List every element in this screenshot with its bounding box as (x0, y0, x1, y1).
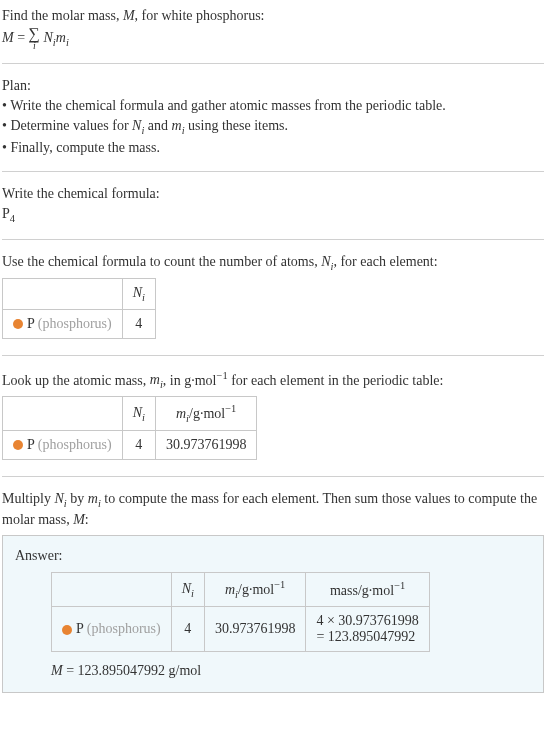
plan-bullet-3: • Finally, compute the mass. (2, 139, 544, 158)
element-name: (phosphorus) (38, 437, 112, 452)
text: , for white phosphorus: (135, 8, 265, 23)
table-header-row: Ni mi/g·mol−1 mass/g·mol−1 (52, 573, 430, 606)
cell-mass: 4 × 30.973761998 = 123.895047992 (306, 606, 429, 651)
table-row: P (phosphorus) 4 30.973761998 4 × 30.973… (52, 606, 430, 651)
cell-Ni: 4 (171, 606, 204, 651)
chemical-formula-section: Write the chemical formula: P4 (2, 180, 544, 231)
chemical-formula: P4 (2, 205, 544, 226)
var-mi: mi (150, 372, 163, 387)
text: • Determine values for (2, 118, 132, 133)
mass-expr: 4 × 30.973761998 (316, 613, 418, 628)
table-header-row: Ni (3, 278, 156, 309)
plan-section: Plan: • Write the chemical formula and g… (2, 72, 544, 163)
divider (2, 239, 544, 240)
element-symbol: P (27, 316, 38, 331)
formula-sub: 4 (10, 213, 15, 224)
exp: −1 (216, 370, 227, 381)
eq-M: M (2, 30, 14, 45)
var-M: M (123, 8, 135, 23)
cell-Ni: 4 (122, 430, 155, 459)
element-dot-icon (13, 319, 23, 329)
answer-header: Answer: (15, 547, 531, 566)
text: Multiply (2, 491, 55, 506)
text: for each element in the periodic table: (228, 372, 444, 387)
col-element (52, 573, 172, 606)
col-element (3, 278, 123, 309)
divider (2, 355, 544, 356)
element-symbol: P (27, 437, 38, 452)
plan-header: Plan: (2, 77, 544, 96)
multiply-section: Multiply Ni by mi to compute the mass fo… (2, 485, 544, 697)
col-mi: mi/g·mol−1 (204, 573, 306, 606)
cell-mi: 30.973761998 (155, 430, 257, 459)
plan-bullet-1: • Write the chemical formula and gather … (2, 97, 544, 116)
mass-table: Ni mi/g·mol−1 P (phosphorus) 4 30.973761… (2, 396, 257, 459)
eq-equals: = (14, 30, 29, 45)
var-Ni: Ni (321, 254, 333, 269)
answer-box: Answer: Ni mi/g·mol−1 mass/g·mol−1 P (ph… (2, 535, 544, 692)
text: and (144, 118, 171, 133)
var-Ni: Ni (55, 491, 67, 506)
table-row: P (phosphorus) 4 (3, 309, 156, 338)
plan-bullet-2: • Determine values for Ni and mi using t… (2, 117, 544, 138)
text: , in g·mol (163, 372, 217, 387)
answer-table: Ni mi/g·mol−1 mass/g·mol−1 P (phosphorus… (51, 572, 430, 651)
text: : (85, 512, 89, 527)
element-name: (phosphorus) (38, 316, 112, 331)
var-M: M (51, 663, 63, 678)
cell-element: P (phosphorus) (3, 430, 123, 459)
divider (2, 476, 544, 477)
mass-text: Look up the atomic mass, mi, in g·mol−1 … (2, 369, 544, 393)
eq-mi: mi (56, 30, 69, 45)
table-row: P (phosphorus) 4 30.973761998 (3, 430, 257, 459)
col-element (3, 397, 123, 430)
col-Ni: Ni (122, 397, 155, 430)
final-value: = 123.895047992 g/mol (63, 663, 202, 678)
text: using these items. (185, 118, 288, 133)
var-mi: mi (88, 491, 101, 506)
sigma-icon: ∑i (29, 27, 40, 50)
var-M: M (73, 512, 85, 527)
formula-header: Write the chemical formula: (2, 185, 544, 204)
element-symbol: P (76, 621, 87, 636)
text: Use the chemical formula to count the nu… (2, 254, 321, 269)
var-mi: mi (172, 118, 185, 133)
atomic-mass-section: Look up the atomic mass, mi, in g·mol−1 … (2, 364, 544, 468)
text: Look up the atomic mass, (2, 372, 150, 387)
element-dot-icon (13, 440, 23, 450)
cell-mi: 30.973761998 (204, 606, 306, 651)
intro-line1: Find the molar mass, M, for white phosph… (2, 7, 544, 26)
count-text: Use the chemical formula to count the nu… (2, 253, 544, 274)
text: by (67, 491, 88, 506)
count-table: Ni P (phosphorus) 4 (2, 278, 156, 339)
intro-section: Find the molar mass, M, for white phosph… (2, 2, 544, 55)
answer-final: M = 123.895047992 g/mol (51, 662, 531, 681)
col-Ni: Ni (171, 573, 204, 606)
cell-element: P (phosphorus) (52, 606, 172, 651)
divider (2, 171, 544, 172)
table-header-row: Ni mi/g·mol−1 (3, 397, 257, 430)
text: , for each element: (333, 254, 437, 269)
intro-equation: M = ∑i Nimi (2, 27, 544, 50)
element-dot-icon (62, 625, 72, 635)
element-name: (phosphorus) (87, 621, 161, 636)
var-Ni: Ni (132, 118, 144, 133)
multiply-text: Multiply Ni by mi to compute the mass fo… (2, 490, 544, 530)
eq-Ni: Ni (43, 30, 55, 45)
col-mass: mass/g·mol−1 (306, 573, 429, 606)
divider (2, 63, 544, 64)
cell-Ni: 4 (122, 309, 155, 338)
count-section: Use the chemical formula to count the nu… (2, 248, 544, 347)
col-Ni: Ni (122, 278, 155, 309)
text: Find the molar mass, (2, 8, 123, 23)
formula-P: P (2, 206, 10, 221)
mass-result: = 123.895047992 (316, 629, 415, 644)
cell-element: P (phosphorus) (3, 309, 123, 338)
col-mi: mi/g·mol−1 (155, 397, 257, 430)
